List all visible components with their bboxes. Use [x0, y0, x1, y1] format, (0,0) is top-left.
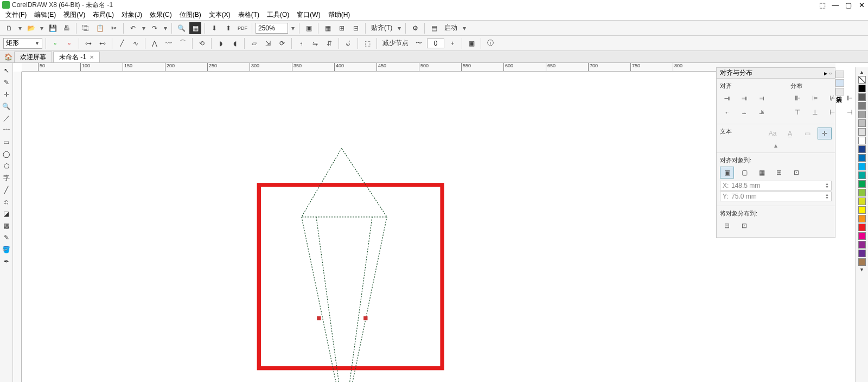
zoom-dropdown[interactable]: ▾: [290, 24, 296, 32]
artistic-media-icon[interactable]: 〰: [1, 125, 12, 136]
pdf-button[interactable]: PDF: [237, 22, 248, 34]
break-nodes-button[interactable]: ⊷: [97, 37, 108, 49]
join-nodes-button[interactable]: ⊶: [82, 37, 94, 49]
palette-down-icon[interactable]: ▼: [859, 267, 864, 272]
align-to-active-button[interactable]: ▣: [720, 167, 734, 179]
align-top-button[interactable]: ⫟: [720, 106, 734, 118]
print-button[interactable]: 🖶: [61, 22, 73, 34]
ruler-vertical[interactable]: [13, 72, 22, 382]
align-to-point-button[interactable]: ⊡: [789, 167, 803, 179]
swatch-green[interactable]: [858, 180, 866, 188]
menu-tools[interactable]: 工具(O): [264, 9, 292, 21]
swatch-cyan[interactable]: [858, 163, 866, 170]
text-point-button[interactable]: A̲: [783, 128, 797, 139]
launch-label[interactable]: 启动: [442, 23, 459, 33]
swatch-teal[interactable]: [858, 171, 866, 179]
import-button[interactable]: ⬇: [208, 22, 220, 34]
cusp-node-button[interactable]: ⋀: [149, 37, 161, 49]
close-button[interactable]: ✕: [857, 1, 866, 9]
stretch-nodes-button[interactable]: ⇲: [262, 37, 274, 49]
swatch-violet[interactable]: [858, 250, 866, 257]
extract-subpath-button[interactable]: ◖: [229, 37, 241, 49]
fullscreen-button[interactable]: ▣: [303, 22, 315, 34]
zoom-tool-icon[interactable]: 🔍: [1, 101, 12, 112]
node-value-input[interactable]: [427, 39, 444, 48]
swatch-white[interactable]: [858, 137, 866, 144]
dist-center-h-button[interactable]: ⊫: [808, 92, 822, 104]
menu-window[interactable]: 窗口(W): [293, 9, 323, 21]
coord-x-row[interactable]: X: 148.5 mm ▲▼: [720, 181, 832, 190]
menu-file[interactable]: 文件(F): [2, 9, 30, 21]
eyedropper-tool-icon[interactable]: ✎: [1, 232, 12, 243]
window-extra-icon[interactable]: ⬚: [818, 1, 827, 9]
rotate-nodes-button[interactable]: ⟳: [276, 37, 288, 49]
docker-collapse-icon[interactable]: ▸: [824, 69, 827, 77]
shape-mode-select[interactable]: 矩形 ▼: [3, 38, 42, 49]
menu-bitmaps[interactable]: 位图(B): [176, 9, 205, 21]
tab-object-properties[interactable]: 对象属性: [835, 71, 844, 78]
connector-tool-icon[interactable]: ⎌: [1, 196, 12, 207]
copy-button[interactable]: ⿻: [80, 22, 92, 34]
close-curve-button[interactable]: ▱: [248, 37, 260, 49]
menu-effects[interactable]: 效果(C): [146, 9, 175, 21]
reflect-h-button[interactable]: ⇋: [309, 37, 321, 49]
polygon-tool-icon[interactable]: ⬠: [1, 161, 12, 171]
open-button[interactable]: 📂: [25, 22, 37, 34]
align-bottom-button[interactable]: ⫡: [755, 106, 769, 118]
bbox-button[interactable]: ▣: [465, 37, 477, 49]
menu-text[interactable]: 文本(X): [206, 9, 234, 21]
align-nodes-button[interactable]: ⫞: [295, 37, 307, 49]
swatch-yellow[interactable]: [858, 206, 866, 214]
swatch-gray40[interactable]: [858, 119, 866, 127]
redo-dropdown[interactable]: ▾: [163, 24, 168, 32]
freehand-tool-icon[interactable]: ／: [1, 113, 12, 124]
align-left-button[interactable]: ⫣: [720, 92, 734, 104]
align-to-grid-button[interactable]: ⊞: [772, 167, 786, 179]
align-to-page-edge-button[interactable]: ▢: [737, 167, 751, 179]
search-button[interactable]: 🔍: [175, 22, 187, 34]
menu-help[interactable]: 帮助(H): [325, 9, 354, 21]
swatch-red[interactable]: [858, 224, 866, 231]
menu-table[interactable]: 表格(T): [235, 9, 263, 21]
grid3-button[interactable]: ⊟: [350, 22, 362, 34]
elastic-mode-button[interactable]: ⫝̸: [342, 37, 354, 49]
shape-tool-icon[interactable]: ✎: [1, 77, 12, 88]
export-button[interactable]: ⬆: [222, 22, 234, 34]
to-curve-button[interactable]: ∿: [130, 37, 142, 49]
swatch-gray[interactable]: [858, 102, 866, 110]
new-doc-button[interactable]: 🗋: [3, 22, 15, 34]
node-plus-button[interactable]: +: [446, 37, 458, 49]
snap-label[interactable]: 贴齐(T): [369, 23, 394, 33]
align-center-h-button[interactable]: ⫥: [737, 92, 751, 104]
maximize-button[interactable]: ▢: [844, 1, 853, 9]
tableau-button[interactable]: ▦: [189, 22, 201, 34]
ruler-horizontal[interactable]: 50 100 150 200 250 300 350 400 450 500 5…: [22, 63, 835, 72]
dist-spacing-v-button[interactable]: ⊢: [825, 106, 839, 118]
rectangle-tool-icon[interactable]: ▭: [1, 137, 12, 148]
dimension-tool-icon[interactable]: ╱: [1, 184, 12, 195]
reverse-curve-button[interactable]: ⟲: [196, 37, 208, 49]
swatch-gray60[interactable]: [858, 111, 866, 118]
ellipse-tool-icon[interactable]: ◯: [1, 149, 12, 160]
text-box-button[interactable]: ▭: [800, 128, 814, 139]
tab-insert-character[interactable]: 插入字符: [835, 88, 844, 96]
save-button[interactable]: 💾: [47, 22, 59, 34]
redo-button[interactable]: ↷: [149, 22, 161, 34]
align-right-button[interactable]: ⫤: [755, 92, 769, 104]
add-node-button[interactable]: ▫: [49, 37, 61, 49]
transparency-tool-icon[interactable]: ▩: [1, 220, 12, 231]
menu-edit[interactable]: 编辑(E): [31, 9, 59, 21]
tab-close-icon[interactable]: ✕: [90, 54, 94, 60]
tab-welcome[interactable]: 欢迎屏幕: [14, 52, 52, 62]
pick-tool-icon[interactable]: ↖: [1, 65, 12, 76]
tab-align-distribute[interactable]: 对齐与分布: [835, 79, 844, 87]
swatch-lime[interactable]: [858, 189, 866, 196]
swatch-none[interactable]: [858, 76, 866, 84]
minimize-button[interactable]: —: [831, 1, 840, 9]
info-button[interactable]: ⓘ: [484, 37, 496, 49]
swatch-gray20[interactable]: [858, 128, 866, 136]
zoom-select[interactable]: [256, 23, 288, 34]
docker-close-icon[interactable]: ▫: [829, 69, 832, 77]
symm-node-button[interactable]: ⌒: [177, 37, 189, 49]
new-doc-dropdown[interactable]: ▾: [17, 24, 23, 32]
